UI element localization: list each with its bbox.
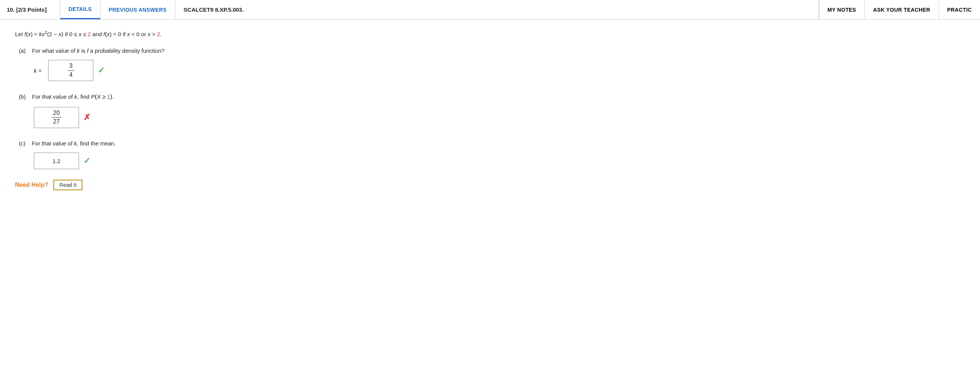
- part-a-correct-icon: ✓: [98, 66, 105, 75]
- part-b-numerator: 20: [52, 109, 61, 118]
- need-help-label: Need Help?: [15, 182, 48, 189]
- problem-description: Let f(x) = kx2(2 − x) if 0 ≤ x ≤ 2 and f…: [15, 29, 324, 39]
- need-help-section: Need Help? Read It: [15, 180, 324, 190]
- part-c-label: (c) For that value of k, find the mean.: [19, 139, 324, 149]
- header-bar: 10. [2/3 Points] DETAILS PREVIOUS ANSWER…: [0, 0, 980, 19]
- fx-label: f: [24, 31, 26, 37]
- part-a-fraction: 3 4: [68, 62, 74, 79]
- part-a-numerator: 3: [68, 62, 74, 71]
- part-a-answer-box[interactable]: 3 4: [48, 60, 93, 81]
- part-a: (a) For what value of k is f a probabili…: [15, 46, 324, 82]
- part-c-question: For that value of k, find the mean.: [32, 140, 116, 147]
- part-b-question: For that value of k, find P(X ≥ 1).: [32, 93, 114, 100]
- part-b: (b) For that value of k, find P(X ≥ 1). …: [15, 91, 324, 128]
- part-b-label: (b) For that value of k, find P(X ≥ 1).: [19, 91, 324, 102]
- my-notes-button[interactable]: MY NOTES: [819, 0, 864, 19]
- part-c-letter: (c): [19, 140, 25, 147]
- part-c-correct-icon: ✓: [84, 156, 90, 166]
- part-b-answer-row: 20 27 ✗: [19, 107, 324, 128]
- part-b-fraction: 20 27: [52, 109, 61, 126]
- main-content: Let f(x) = kx2(2 − x) if 0 ≤ x ≤ 2 and f…: [0, 19, 339, 201]
- part-b-answer-box[interactable]: 20 27: [34, 107, 79, 128]
- part-c-value: 1.2: [52, 158, 60, 164]
- part-a-denominator: 4: [68, 71, 74, 79]
- details-button[interactable]: DETAILS: [60, 0, 100, 19]
- part-a-letter: (a): [19, 48, 25, 54]
- question-number: 10. [2/3 Points]: [0, 0, 60, 19]
- part-a-answer-row: k = 3 4 ✓: [19, 60, 324, 81]
- part-a-question: For what value of k is f a probability d…: [32, 48, 164, 54]
- previous-answers-button[interactable]: PREVIOUS ANSWERS: [100, 0, 175, 19]
- header-right-actions: MY NOTES ASK YOUR TEACHER PRACTIC: [819, 0, 980, 19]
- part-c: (c) For that value of k, find the mean. …: [15, 139, 324, 169]
- practice-button[interactable]: PRACTIC: [939, 0, 980, 19]
- upper-bound-b: 2: [157, 31, 160, 37]
- part-b-letter: (b): [19, 93, 25, 100]
- part-b-incorrect-icon: ✗: [84, 113, 90, 122]
- read-it-button[interactable]: Read It: [53, 180, 83, 190]
- k-equals-label: k =: [34, 67, 41, 74]
- ask-teacher-button[interactable]: ASK YOUR TEACHER: [864, 0, 939, 19]
- upper-bound-a: 2: [88, 31, 91, 37]
- part-c-answer-row: 1.2 ✓: [19, 153, 324, 169]
- problem-id: SCALCET9 8.XP.5.003.: [175, 0, 819, 19]
- part-b-denominator: 27: [52, 118, 61, 126]
- question-num-label: 10.: [7, 6, 15, 13]
- part-c-answer-box[interactable]: 1.2: [34, 153, 79, 169]
- points-label: [2/3 Points]: [16, 6, 47, 13]
- part-a-label: (a) For what value of k is f a probabili…: [19, 46, 324, 56]
